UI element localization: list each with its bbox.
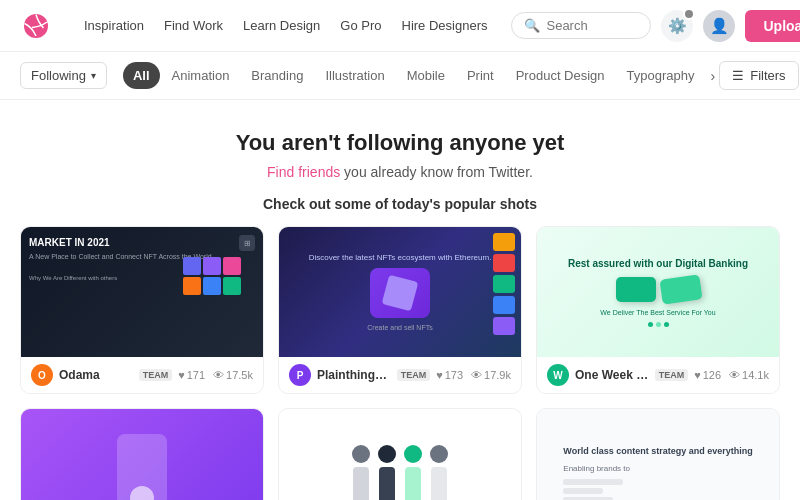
card-odama[interactable]: MARKET IN 2021 A New Place to Collect an… bbox=[20, 226, 264, 394]
views-count: 👁 17.9k bbox=[471, 369, 511, 381]
tab-all[interactable]: All bbox=[123, 62, 160, 89]
team-badge: TEAM bbox=[139, 369, 173, 381]
tab-animation[interactable]: Animation bbox=[162, 62, 240, 89]
card-footer: O Odama TEAM ♥ 171 👁 17.5k bbox=[21, 357, 263, 393]
cards-row-2: S Studio TEAM ♥ 98 👁 12.3k bbox=[20, 408, 780, 500]
filters-label: Filters bbox=[750, 68, 785, 83]
views-count: 👁 14.1k bbox=[729, 369, 769, 381]
nav-hire-designers[interactable]: Hire Designers bbox=[402, 18, 488, 33]
nav-go-pro[interactable]: Go Pro bbox=[340, 18, 381, 33]
nav-find-work[interactable]: Find Work bbox=[164, 18, 223, 33]
chevron-down-icon: ▾ bbox=[91, 70, 96, 81]
card-agency[interactable]: World class content strategy and everyth… bbox=[536, 408, 780, 500]
search-box[interactable]: 🔍 bbox=[511, 12, 651, 39]
card-author: Plainthings Studio bbox=[317, 368, 391, 382]
filters-icon: ☰ bbox=[732, 68, 744, 83]
tab-branding[interactable]: Branding bbox=[241, 62, 313, 89]
card-stats: ♥ 126 👁 14.1k bbox=[694, 369, 769, 381]
nav-inspiration[interactable]: Inspiration bbox=[84, 18, 144, 33]
hearts-count: ♥ 171 bbox=[178, 369, 205, 381]
side-thumbs bbox=[493, 233, 515, 335]
tab-typography[interactable]: Typography bbox=[617, 62, 705, 89]
nft-grid bbox=[183, 257, 253, 295]
search-input[interactable] bbox=[546, 18, 638, 33]
find-friends-link[interactable]: Find friends bbox=[267, 164, 340, 180]
cards-row-1: MARKET IN 2021 A New Place to Collect an… bbox=[20, 226, 780, 394]
main-content: You aren't following anyone yet Find fri… bbox=[0, 100, 800, 500]
tab-more-icon[interactable]: › bbox=[707, 62, 720, 90]
card-stats: ♥ 173 👁 17.9k bbox=[436, 369, 511, 381]
tab-illustration[interactable]: Illustration bbox=[315, 62, 394, 89]
card-footer: P Plainthings Studio TEAM ♥ 173 👁 17.9k bbox=[279, 357, 521, 393]
avatar[interactable]: 👤 bbox=[703, 10, 735, 42]
search-icon: 🔍 bbox=[524, 18, 540, 33]
card-design-co[interactable]: D Design Co TEAM ♥ 84 👁 11.2k bbox=[278, 408, 522, 500]
tab-mobile[interactable]: Mobile bbox=[397, 62, 455, 89]
empty-state: You aren't following anyone yet Find fri… bbox=[20, 120, 780, 196]
hearts-count: ♥ 173 bbox=[436, 369, 463, 381]
card-studio[interactable]: S Studio TEAM ♥ 98 👁 12.3k bbox=[20, 408, 264, 500]
card-action-icon: ⊞ bbox=[239, 235, 255, 251]
nft-visual bbox=[370, 268, 430, 318]
team-badge: TEAM bbox=[397, 369, 431, 381]
filter-tabs: All Animation Branding Illustration Mobi… bbox=[123, 62, 719, 90]
empty-title: You aren't following anyone yet bbox=[20, 130, 780, 156]
tab-product-design[interactable]: Product Design bbox=[506, 62, 615, 89]
avatar: W bbox=[547, 364, 569, 386]
popular-heading: Check out some of today's popular shots bbox=[20, 196, 780, 212]
card-oneweeknwonders[interactable]: Rest assured with our Digital Banking We… bbox=[536, 226, 780, 394]
tab-print[interactable]: Print bbox=[457, 62, 504, 89]
header-right: 🔍 ⚙️ 👤 Upload bbox=[511, 10, 800, 42]
avatar: P bbox=[289, 364, 311, 386]
card-footer: W One Week Wonders TEAM ♥ 126 👁 14.1k bbox=[537, 357, 779, 393]
views-count: 👁 17.5k bbox=[213, 369, 253, 381]
card-thumbnail: MARKET IN 2021 A New Place to Collect an… bbox=[21, 227, 263, 357]
card-thumbnail: World class content strategy and everyth… bbox=[537, 409, 779, 500]
empty-subtitle: Find friends you already know from Twitt… bbox=[20, 164, 780, 180]
header: Inspiration Find Work Learn Design Go Pr… bbox=[0, 0, 800, 52]
notifications-icon[interactable]: ⚙️ bbox=[661, 10, 693, 42]
card-thumbnail bbox=[279, 409, 521, 500]
card-author: One Week Wonders bbox=[575, 368, 649, 382]
notification-badge bbox=[683, 8, 695, 20]
illustration-figures bbox=[352, 445, 448, 500]
following-label: Following bbox=[31, 68, 86, 83]
sub-header: Following ▾ All Animation Branding Illus… bbox=[0, 52, 800, 100]
nav-learn-design[interactable]: Learn Design bbox=[243, 18, 320, 33]
upload-button[interactable]: Upload bbox=[745, 10, 800, 42]
filters-button[interactable]: ☰ Filters bbox=[719, 61, 798, 90]
nav-links: Inspiration Find Work Learn Design Go Pr… bbox=[84, 18, 487, 33]
hearts-count: ♥ 126 bbox=[694, 369, 721, 381]
card-stats: ♥ 171 👁 17.5k bbox=[178, 369, 253, 381]
card-author: Odama bbox=[59, 368, 133, 382]
card-thumbnail: Discover the latest NFTs ecosystem with … bbox=[279, 227, 521, 357]
following-dropdown[interactable]: Following ▾ bbox=[20, 62, 107, 89]
card-thumbnail bbox=[21, 409, 263, 500]
team-badge: TEAM bbox=[655, 369, 689, 381]
avatar: O bbox=[31, 364, 53, 386]
card-thumbnail: Rest assured with our Digital Banking We… bbox=[537, 227, 779, 357]
card-plainthings[interactable]: Discover the latest NFTs ecosystem with … bbox=[278, 226, 522, 394]
logo[interactable] bbox=[20, 14, 52, 38]
